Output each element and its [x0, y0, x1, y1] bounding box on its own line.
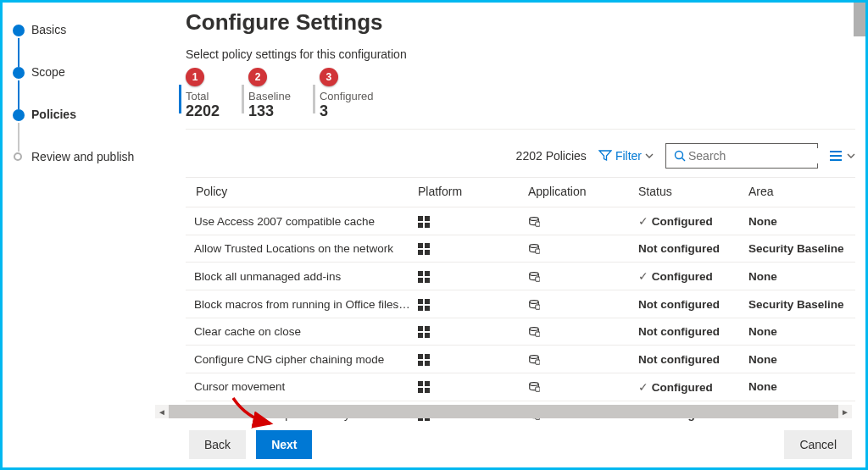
cell-application	[525, 290, 635, 318]
application-icon	[528, 271, 540, 283]
table-row[interactable]: Configure CNG cipher chaining modeNot co…	[186, 346, 855, 373]
cell-application	[525, 373, 635, 401]
svg-rect-5	[418, 216, 423, 221]
col-status[interactable]: Status	[635, 178, 745, 207]
filter-button[interactable]: Filter	[598, 149, 654, 163]
metric-configured[interactable]: 3 Configured 3	[320, 68, 374, 120]
cell-area: None	[745, 373, 855, 401]
horizontal-scrollbar[interactable]: ◄ ►	[155, 405, 852, 418]
table-row[interactable]: Use Access 2007 compatible cacheConfigur…	[186, 207, 855, 235]
next-button[interactable]: Next	[256, 430, 312, 459]
step-basics[interactable]: Basics	[13, 23, 145, 65]
svg-rect-40	[536, 360, 540, 364]
svg-rect-34	[536, 332, 540, 336]
svg-rect-37	[418, 361, 423, 366]
svg-point-45	[530, 383, 539, 386]
funnel-icon	[598, 149, 612, 163]
cell-policy: Configure CNG cipher chaining mode	[186, 346, 415, 373]
svg-rect-41	[418, 381, 423, 386]
annotation-badge-2: 2	[248, 68, 267, 86]
metric-total[interactable]: 1 Total 2202	[186, 68, 220, 120]
step-scope[interactable]: Scope	[13, 65, 145, 108]
metric-label: Configured	[320, 90, 374, 102]
cell-application	[525, 318, 635, 345]
cell-platform	[415, 263, 525, 290]
cell-area: Security Baseline	[745, 235, 855, 263]
cell-area: None	[745, 207, 855, 235]
cell-status: Not configured	[635, 290, 745, 318]
cell-status: Not configured	[635, 346, 745, 373]
svg-rect-35	[418, 354, 423, 359]
step-dot-icon	[13, 109, 25, 121]
svg-rect-30	[425, 326, 430, 331]
windows-icon	[418, 354, 430, 366]
step-label: Basics	[31, 23, 66, 36]
table-row[interactable]: Cursor movementConfiguredNone	[186, 373, 855, 401]
col-area[interactable]: Area	[745, 178, 855, 207]
cell-platform	[415, 346, 525, 373]
svg-rect-44	[425, 388, 430, 393]
step-review-publish[interactable]: Review and publish	[13, 150, 145, 163]
chevron-down-icon	[847, 152, 855, 160]
svg-point-33	[530, 328, 539, 331]
page-title: Configure Settings	[186, 9, 855, 36]
windows-icon	[418, 243, 430, 255]
step-dot-icon	[13, 25, 25, 36]
svg-rect-20	[425, 278, 430, 283]
application-icon	[528, 243, 540, 255]
svg-rect-22	[536, 277, 540, 281]
svg-point-27	[530, 300, 539, 303]
metric-accent-bar	[242, 85, 244, 113]
metric-value: 3	[320, 102, 374, 120]
table-row[interactable]: Allow Trusted Locations on the networkNo…	[186, 235, 855, 263]
svg-rect-36	[425, 354, 430, 359]
cell-status: Configured	[635, 207, 745, 235]
svg-rect-43	[418, 388, 423, 393]
windows-icon	[418, 381, 430, 393]
search-box[interactable]	[665, 143, 818, 169]
col-platform[interactable]: Platform	[415, 178, 525, 207]
chevron-down-icon	[645, 152, 654, 160]
step-policies[interactable]: Policies	[13, 108, 145, 150]
svg-rect-11	[418, 243, 423, 248]
svg-point-9	[530, 217, 539, 220]
cell-application	[525, 235, 635, 263]
metrics-row: 1 Total 2202 2 Baseline 133 3 Configured…	[186, 68, 855, 130]
application-icon	[528, 326, 540, 338]
table-row[interactable]: Block all unmanaged add-insConfiguredNon…	[186, 263, 855, 290]
cell-status: Not configured	[635, 318, 745, 345]
back-button[interactable]: Back	[189, 430, 246, 459]
svg-rect-17	[418, 271, 423, 276]
application-icon	[528, 299, 540, 311]
cancel-button[interactable]: Cancel	[784, 430, 852, 459]
col-application[interactable]: Application	[525, 178, 635, 207]
cell-area: None	[745, 263, 855, 290]
step-connector	[18, 123, 19, 152]
col-policy[interactable]: Policy	[186, 178, 415, 207]
cell-policy: Allow Trusted Locations on the network	[186, 235, 415, 263]
view-options-button[interactable]	[830, 150, 855, 162]
svg-rect-13	[418, 250, 423, 255]
scrollbar-thumb[interactable]	[169, 405, 838, 418]
cell-platform	[415, 235, 525, 263]
svg-rect-46	[536, 387, 540, 391]
cell-application	[525, 207, 635, 235]
cell-platform	[415, 373, 525, 401]
search-input[interactable]	[687, 148, 838, 163]
metric-baseline[interactable]: 2 Baseline 133	[248, 68, 291, 120]
table-row[interactable]: Clear cache on closeNot configuredNone	[186, 318, 855, 345]
step-label: Scope	[31, 65, 65, 79]
application-icon	[528, 216, 540, 228]
cell-platform	[415, 318, 525, 345]
search-icon	[673, 149, 687, 163]
table-row[interactable]: Block macros from running in Office file…	[186, 290, 855, 318]
metric-label: Total	[186, 90, 220, 102]
svg-rect-18	[425, 271, 430, 276]
scroll-right-arrow-icon[interactable]: ►	[838, 407, 852, 417]
svg-rect-25	[418, 306, 423, 311]
svg-rect-23	[418, 299, 423, 304]
page-subtitle: Select policy settings for this configur…	[186, 47, 855, 61]
cell-policy: Block macros from running in Office file…	[186, 290, 415, 318]
list-view-icon	[830, 150, 845, 162]
scroll-left-arrow-icon[interactable]: ◄	[155, 407, 169, 417]
